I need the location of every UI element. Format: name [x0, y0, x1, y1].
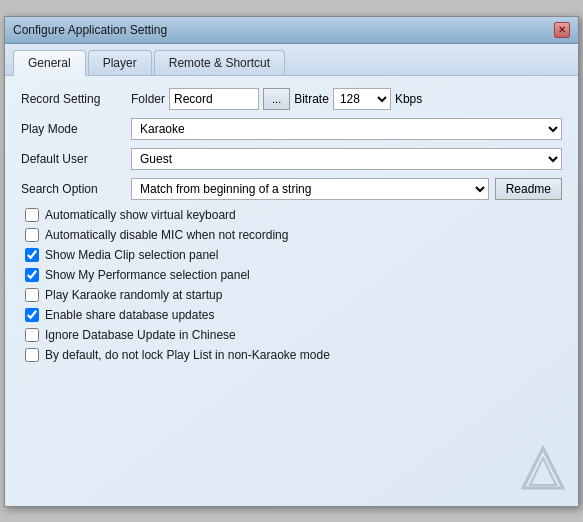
checkbox-karaoke-random-label: Play Karaoke randomly at startup	[45, 288, 222, 302]
search-option-row: Search Option Match from beginning of a …	[21, 178, 562, 200]
checkbox-lock-playlist[interactable]	[25, 348, 39, 362]
tab-remote-shortcut[interactable]: Remote & Shortcut	[154, 50, 285, 75]
search-option-select[interactable]: Match from beginning of a string Match a…	[131, 178, 489, 200]
checkbox-row-1: Automatically show virtual keyboard	[21, 208, 562, 222]
checkbox-lock-playlist-label: By default, do not lock Play List in non…	[45, 348, 330, 362]
folder-input[interactable]	[169, 88, 259, 110]
folder-group: Folder ... Bitrate 128 192 256 320 Kbps	[131, 88, 562, 110]
kbps-label: Kbps	[395, 92, 422, 106]
checkbox-ignore-database-label: Ignore Database Update in Chinese	[45, 328, 236, 342]
checkbox-my-performance-label: Show My Performance selection panel	[45, 268, 250, 282]
record-setting-row: Record Setting Folder ... Bitrate 128 19…	[21, 88, 562, 110]
checkbox-virtual-keyboard[interactable]	[25, 208, 39, 222]
checkbox-virtual-keyboard-label: Automatically show virtual keyboard	[45, 208, 236, 222]
play-mode-row: Play Mode Karaoke Normal Practice	[21, 118, 562, 140]
checkbox-row-3: Show Media Clip selection panel	[21, 248, 562, 262]
search-option-label: Search Option	[21, 182, 131, 196]
checkbox-share-database-label: Enable share database updates	[45, 308, 214, 322]
close-button[interactable]: ✕	[554, 22, 570, 38]
svg-text:nusofei.cz: nusofei.cz	[528, 492, 560, 493]
tab-player[interactable]: Player	[88, 50, 152, 75]
checkbox-disable-mic[interactable]	[25, 228, 39, 242]
browse-button[interactable]: ...	[263, 88, 290, 110]
checkbox-karaoke-random[interactable]	[25, 288, 39, 302]
title-bar: Configure Application Setting ✕	[5, 17, 578, 44]
checkbox-row-2: Automatically disable MIC when not recor…	[21, 228, 562, 242]
checkbox-media-clip-label: Show Media Clip selection panel	[45, 248, 218, 262]
tab-bar: General Player Remote & Shortcut	[5, 44, 578, 76]
bitrate-label: Bitrate	[294, 92, 329, 106]
checkbox-row-7: Ignore Database Update in Chinese	[21, 328, 562, 342]
default-user-row: Default User Guest User1 User2	[21, 148, 562, 170]
checkbox-media-clip[interactable]	[25, 248, 39, 262]
checkbox-disable-mic-label: Automatically disable MIC when not recor…	[45, 228, 288, 242]
record-setting-label: Record Setting	[21, 92, 131, 106]
play-mode-select[interactable]: Karaoke Normal Practice	[131, 118, 562, 140]
checkbox-my-performance[interactable]	[25, 268, 39, 282]
watermark: nusofei.cz	[518, 443, 568, 496]
checkbox-share-database[interactable]	[25, 308, 39, 322]
checkbox-row-4: Show My Performance selection panel	[21, 268, 562, 282]
svg-marker-0	[523, 448, 563, 488]
checkbox-row-8: By default, do not lock Play List in non…	[21, 348, 562, 362]
main-window: Configure Application Setting ✕ General …	[4, 16, 579, 507]
bitrate-select[interactable]: 128 192 256 320	[333, 88, 391, 110]
play-mode-label: Play Mode	[21, 122, 131, 136]
readme-button[interactable]: Readme	[495, 178, 562, 200]
tab-general[interactable]: General	[13, 50, 86, 76]
checkbox-row-6: Enable share database updates	[21, 308, 562, 322]
svg-marker-1	[530, 458, 556, 485]
default-user-select[interactable]: Guest User1 User2	[131, 148, 562, 170]
folder-label: Folder	[131, 92, 165, 106]
search-group: Match from beginning of a string Match a…	[131, 178, 562, 200]
content-area: Record Setting Folder ... Bitrate 128 19…	[5, 76, 578, 506]
checkbox-ignore-database[interactable]	[25, 328, 39, 342]
checkbox-row-5: Play Karaoke randomly at startup	[21, 288, 562, 302]
window-title: Configure Application Setting	[13, 23, 167, 37]
default-user-label: Default User	[21, 152, 131, 166]
